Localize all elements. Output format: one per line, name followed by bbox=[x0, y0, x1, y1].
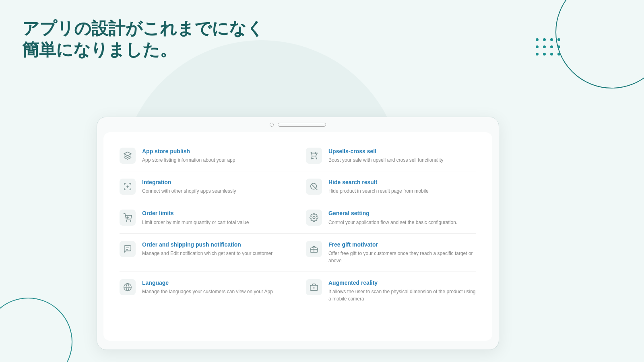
order-limits-desc: Limit order by minimum quantity or cart … bbox=[142, 219, 290, 226]
augmented-reality-icon bbox=[306, 279, 322, 295]
hide-search-result-title: Hide search result bbox=[328, 179, 476, 186]
bg-circle-bottom-left bbox=[0, 298, 72, 362]
menu-item-language[interactable]: Language Manage the languages your custo… bbox=[111, 272, 298, 310]
dot-grid-decoration bbox=[536, 38, 561, 57]
integration-title: Integration bbox=[142, 179, 290, 186]
menu-item-order-shipping-notification[interactable]: Order and shipping push notification Man… bbox=[111, 234, 298, 272]
topbar-pill bbox=[278, 123, 326, 127]
hero-heading: アプリの設計がこれまでになく簡単になりました。 bbox=[22, 18, 272, 60]
menu-item-augmented-reality[interactable]: Augmented reality It allows the user to … bbox=[298, 272, 484, 310]
free-gift-motivator-title: Free gift motivator bbox=[328, 241, 476, 248]
svg-line-1 bbox=[312, 184, 316, 189]
menu-grid: App store publish App store listing info… bbox=[103, 136, 492, 314]
general-setting-title: General setting bbox=[328, 210, 476, 217]
menu-item-integration[interactable]: Integration Connect with other shopify a… bbox=[111, 171, 298, 202]
hide-search-result-icon bbox=[306, 179, 322, 195]
bg-circle-top-right bbox=[555, 0, 644, 88]
topbar-circle bbox=[270, 123, 274, 127]
general-setting-desc: Control your application flow and set th… bbox=[328, 219, 476, 226]
order-shipping-notification-icon bbox=[120, 241, 136, 257]
menu-item-app-store-publish[interactable]: App store publish App store listing info… bbox=[111, 140, 298, 171]
app-store-publish-title: App store publish bbox=[142, 148, 290, 155]
upsells-cross-sell-icon bbox=[306, 148, 322, 164]
general-setting-icon bbox=[306, 210, 322, 226]
app-store-publish-text: App store publish App store listing info… bbox=[142, 148, 290, 164]
app-store-publish-icon bbox=[120, 148, 136, 164]
augmented-reality-desc: It allows the user to scan the physical … bbox=[328, 288, 476, 302]
general-setting-text: General setting Control your application… bbox=[328, 210, 476, 226]
menu-item-order-limits[interactable]: Order limits Limit order by minimum quan… bbox=[111, 202, 298, 233]
device-frame: App store publish App store listing info… bbox=[97, 117, 499, 350]
augmented-reality-text: Augmented reality It allows the user to … bbox=[328, 279, 476, 302]
order-shipping-notification-text: Order and shipping push notification Man… bbox=[142, 241, 290, 257]
app-store-publish-desc: App store listing information about your… bbox=[142, 156, 290, 164]
language-text: Language Manage the languages your custo… bbox=[142, 279, 290, 295]
upsells-cross-sell-text: Upsells-cross sell Boost your sale with … bbox=[328, 148, 476, 164]
order-limits-text: Order limits Limit order by minimum quan… bbox=[142, 210, 290, 226]
language-title: Language bbox=[142, 279, 290, 286]
content-area: App store publish App store listing info… bbox=[103, 132, 492, 341]
svg-point-2 bbox=[126, 221, 127, 222]
hide-search-result-text: Hide search result Hide product in searc… bbox=[328, 179, 476, 195]
integration-icon bbox=[120, 179, 136, 195]
hide-search-result-desc: Hide product in search result page from … bbox=[328, 187, 476, 195]
augmented-reality-title: Augmented reality bbox=[328, 279, 476, 286]
device-topbar bbox=[97, 117, 499, 132]
menu-item-general-setting[interactable]: General setting Control your application… bbox=[298, 202, 484, 233]
free-gift-motivator-desc: Offer free gift to your customers once t… bbox=[328, 250, 476, 264]
order-limits-title: Order limits bbox=[142, 210, 290, 217]
free-gift-motivator-icon bbox=[306, 241, 322, 257]
order-shipping-notification-desc: Manage and Edit notification which get s… bbox=[142, 250, 290, 257]
language-desc: Manage the languages your customers can … bbox=[142, 288, 290, 295]
order-shipping-notification-title: Order and shipping push notification bbox=[142, 241, 290, 248]
menu-item-upsells-cross-sell[interactable]: Upsells-cross sell Boost your sale with … bbox=[298, 140, 484, 171]
upsells-cross-sell-title: Upsells-cross sell bbox=[328, 148, 476, 155]
integration-desc: Connect with other shopify apps seamless… bbox=[142, 187, 290, 195]
integration-text: Integration Connect with other shopify a… bbox=[142, 179, 290, 195]
menu-item-hide-search-result[interactable]: Hide search result Hide product in searc… bbox=[298, 171, 484, 202]
language-icon bbox=[120, 279, 136, 295]
order-limits-icon bbox=[120, 210, 136, 226]
svg-point-6 bbox=[313, 217, 315, 219]
menu-item-free-gift-motivator[interactable]: Free gift motivator Offer free gift to y… bbox=[298, 234, 484, 272]
upsells-cross-sell-desc: Boost your sale with upsell and cross se… bbox=[328, 156, 476, 164]
free-gift-motivator-text: Free gift motivator Offer free gift to y… bbox=[328, 241, 476, 264]
svg-point-3 bbox=[130, 221, 131, 222]
